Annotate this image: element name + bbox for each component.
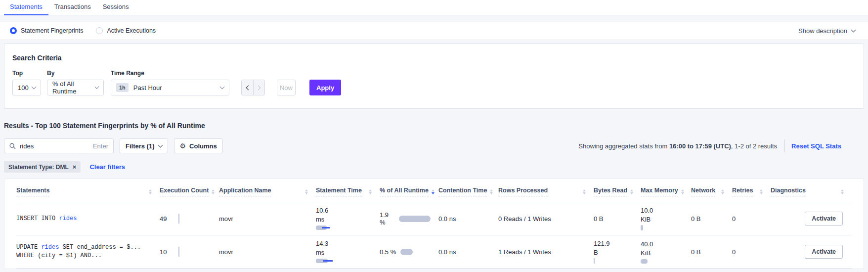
results-toolbar: Enter Filters (1) ⚙ Columns Showing aggr…	[4, 138, 864, 153]
activate-diagnostics-button[interactable]: Activate	[805, 212, 843, 226]
sort-icon[interactable]	[760, 189, 763, 194]
max-memory-bar	[641, 225, 643, 230]
contention-time-value: 0.0 ns	[438, 248, 456, 256]
by-select-value: % of All Runtime	[52, 80, 95, 95]
gear-icon: ⚙	[180, 142, 186, 149]
max-memory-bar	[641, 259, 648, 264]
sql-activity-tabbar: Statements Transactions Sessions	[0, 0, 868, 15]
sort-icon[interactable]	[630, 189, 633, 194]
application-name-value: movr	[219, 215, 233, 223]
column-header-statement-time[interactable]: Statement Time	[316, 179, 380, 202]
previous-time-button[interactable]	[242, 80, 253, 95]
table-name-link[interactable]: rides	[41, 244, 59, 251]
sort-icon[interactable]	[841, 189, 844, 194]
statement-time-unit: ms	[316, 249, 372, 256]
filters-button-label: Filters (1)	[126, 142, 155, 150]
execution-count-bar	[178, 247, 179, 257]
column-header-bytes-read[interactable]: Bytes Read	[594, 179, 641, 202]
search-input[interactable]	[20, 142, 74, 150]
rows-processed-value: 0 Reads / 1 Writes	[498, 215, 551, 223]
statement-fingerprint-link[interactable]: UPDATE rides SET end_address = $... WHER…	[16, 243, 152, 260]
view-toggle-band: Statement Fingerprints Active Executions…	[0, 22, 868, 39]
sort-icon-active-desc[interactable]	[432, 189, 434, 194]
radio-label: Active Executions	[107, 27, 156, 34]
network-value: 0 B	[691, 215, 701, 223]
sort-icon[interactable]	[212, 189, 215, 194]
columns-button[interactable]: ⚙ Columns	[174, 138, 223, 153]
radio-statement-fingerprints[interactable]: Statement Fingerprints	[10, 27, 83, 34]
sort-icon[interactable]	[369, 189, 372, 194]
sort-icon[interactable]	[149, 189, 152, 194]
retries-value: 0	[732, 215, 736, 223]
retries-value: 0	[732, 248, 736, 256]
statement-search-box[interactable]: Enter	[4, 138, 114, 153]
column-header-pct-runtime[interactable]: % of All Runtime	[380, 179, 438, 202]
bytes-read-unit: B	[594, 249, 633, 256]
time-range-value: Past Hour	[133, 84, 162, 91]
execution-count-bar	[178, 214, 179, 224]
applied-filters-row: Statement Type: DML × Clear filters	[4, 161, 864, 173]
column-header-retries[interactable]: Retries	[732, 179, 771, 202]
show-description-toggle[interactable]: Show description	[798, 27, 855, 35]
bytes-read-bar	[594, 258, 595, 264]
time-range-badge: 1h	[116, 83, 129, 92]
execution-count-value: 49	[160, 215, 171, 223]
table-name-link[interactable]: rides	[59, 215, 77, 222]
statement-time-value: 14.3	[316, 240, 372, 247]
tab-statements[interactable]: Statements	[4, 3, 48, 15]
now-button[interactable]: Now	[277, 80, 296, 95]
pct-runtime-bar	[400, 249, 413, 255]
pct-runtime-value: 0.5 %	[380, 248, 396, 256]
activate-diagnostics-button[interactable]: Activate	[805, 245, 843, 259]
column-header-network[interactable]: Network	[691, 179, 732, 202]
max-memory-value: 10.0	[641, 207, 683, 214]
column-header-execution-count[interactable]: Execution Count	[160, 179, 219, 202]
sort-icon[interactable]	[681, 189, 684, 194]
statements-table-card: Statements Execution Count Application N…	[4, 179, 864, 269]
chevron-down-icon	[158, 142, 163, 147]
column-header-contention-time[interactable]: Contention Time	[438, 179, 498, 202]
contention-time-value: 0.0 ns	[438, 215, 456, 223]
table-header-row: Statements Execution Count Application N…	[16, 179, 852, 202]
search-criteria-title: Search Criteria	[12, 54, 856, 62]
chevron-down-icon	[32, 84, 37, 89]
statements-table: Statements Execution Count Application N…	[16, 179, 852, 269]
time-step-group	[241, 80, 265, 95]
bytes-read-value: 0 B	[594, 215, 633, 223]
radio-selected-icon	[10, 27, 17, 34]
by-label: By	[47, 70, 104, 77]
filters-button[interactable]: Filters (1)	[120, 138, 168, 153]
column-header-statements[interactable]: Statements	[16, 179, 160, 202]
column-header-diagnostics[interactable]: Diagnostics	[771, 179, 852, 202]
radio-unselected-icon	[96, 27, 103, 34]
statement-time-bar	[316, 225, 337, 230]
sort-icon[interactable]	[490, 189, 493, 194]
column-header-max-memory[interactable]: Max Memory	[641, 179, 691, 202]
top-select[interactable]: 100	[12, 80, 41, 95]
show-description-label: Show description	[798, 27, 847, 35]
tab-transactions[interactable]: Transactions	[48, 3, 97, 15]
radio-label: Statement Fingerprints	[21, 27, 83, 34]
radio-active-executions[interactable]: Active Executions	[96, 27, 156, 34]
top-select-value: 100	[18, 84, 29, 91]
reset-sql-stats-link[interactable]: Reset SQL Stats	[791, 142, 841, 150]
column-header-application-name[interactable]: Application Name	[219, 179, 316, 202]
time-range-label: Time Range	[111, 70, 229, 77]
sort-icon[interactable]	[721, 189, 724, 194]
by-select[interactable]: % of All Runtime	[47, 80, 104, 95]
next-time-button[interactable]	[253, 80, 264, 95]
sort-icon[interactable]	[305, 189, 308, 194]
divider	[784, 139, 784, 152]
table-row: UPDATE rides SET end_address = $... WHER…	[16, 235, 852, 269]
clear-filters-link[interactable]: Clear filters	[89, 163, 125, 171]
sort-icon[interactable]	[583, 189, 586, 194]
time-range-select[interactable]: 1h Past Hour	[111, 80, 229, 95]
aggregated-stats-text: Showing aggregated stats from 16:00 to 1…	[578, 142, 777, 150]
remove-filter-icon[interactable]: ×	[73, 164, 77, 170]
column-header-rows-processed[interactable]: Rows Processed	[498, 179, 594, 202]
statement-fingerprint-link[interactable]: INSERT INTO rides	[16, 215, 152, 223]
chevron-down-icon	[851, 27, 856, 32]
search-icon	[9, 143, 16, 149]
tab-sessions[interactable]: Sessions	[97, 3, 135, 15]
apply-button[interactable]: Apply	[309, 80, 341, 95]
